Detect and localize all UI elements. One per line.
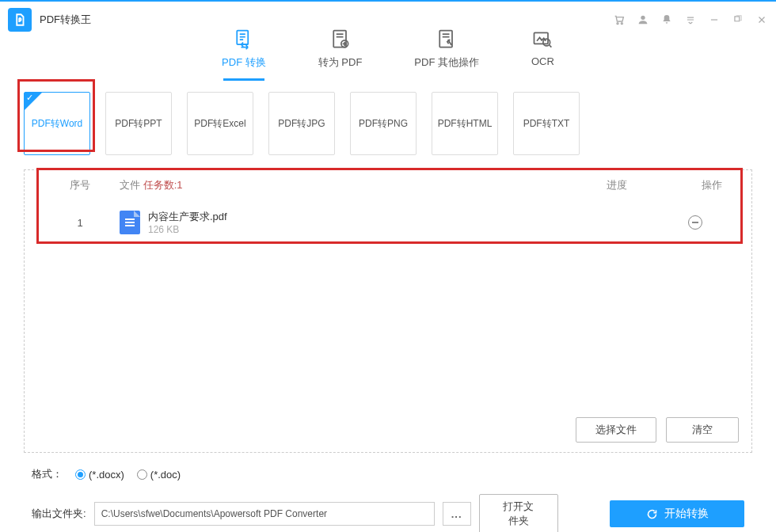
format-label: PDF转HTML [438,117,493,131]
output-path-field[interactable]: C:\Users\sfwe\Documents\Apowersoft PDF C… [94,502,435,526]
maximize-icon[interactable] [732,13,744,26]
format-pdf-to-ppt[interactable]: PDF转PPT [105,92,172,155]
format-pdf-to-html[interactable]: PDF转HTML [432,92,498,155]
app-title: PDF转换王 [40,13,91,27]
start-convert-button[interactable]: 开始转换 [610,500,744,527]
header-progress: 进度 [546,178,688,192]
svg-point-8 [543,39,550,46]
format-pdf-to-png[interactable]: PDF转PNG [350,92,417,155]
tab-ocr[interactable]: OCR [525,24,561,79]
file-name: 内容生产要求.pdf [148,210,227,224]
tab-to-pdf[interactable]: 转为 PDF [312,24,369,79]
tab-label: PDF 转换 [222,55,266,70]
file-type-icon [120,211,140,234]
header-action: 操作 [688,178,736,192]
clear-button[interactable]: 清空 [666,417,739,443]
browse-button[interactable]: ... [443,502,471,526]
bell-icon[interactable] [660,13,673,26]
tab-label: 转为 PDF [318,55,363,70]
titlebar-controls [613,13,768,26]
menu-icon[interactable] [684,13,697,26]
format-label: PDF转TXT [523,117,570,131]
header-file: 文件 任务数:1 [120,178,546,192]
format-pdf-to-word[interactable]: ✓ PDF转Word [24,92,90,155]
format-label: PDF转Excel [194,117,245,131]
output-label: 输出文件夹: [32,507,86,521]
svg-point-0 [617,23,618,25]
table-header: 序号 文件 任务数:1 进度 操作 [25,170,751,200]
select-file-button[interactable]: 选择文件 [576,417,656,443]
format-label: PDF转PNG [359,117,408,131]
file-size: 126 KB [148,224,227,235]
tab-label: PDF 其他操作 [414,55,479,70]
app-logo [8,8,32,32]
radio-docx[interactable]: (*.docx) [75,469,124,481]
format-pdf-to-jpg[interactable]: PDF转JPG [268,92,335,155]
radio-doc[interactable]: (*.doc) [137,469,181,481]
format-label: PDF转JPG [278,117,325,131]
format-cards: ✓ PDF转Word PDF转PPT PDF转Excel PDF转JPG PDF… [0,84,776,155]
footer: 格式： (*.docx) (*.doc) 输出文件夹: C:\Users\sfw… [0,453,776,532]
to-pdf-icon [329,28,352,51]
radio-icon [137,469,147,480]
row-action [688,215,736,230]
radio-icon [75,469,86,480]
ocr-icon [531,28,553,51]
format-pdf-to-txt[interactable]: PDF转TXT [513,92,580,155]
header-no: 序号 [40,178,120,192]
svg-rect-6 [439,31,452,48]
file-list-area: 序号 文件 任务数:1 进度 操作 1 内容生产要求.pdf 126 KB 选择… [24,169,752,453]
minimize-icon[interactable] [708,13,721,26]
task-count: 任务数:1 [143,179,183,191]
tab-pdf-other[interactable]: PDF 其他操作 [408,24,485,79]
close-icon[interactable] [755,13,768,26]
tab-pdf-convert[interactable]: PDF 转换 [215,24,272,79]
row-no: 1 [40,217,120,229]
main-tabs: PDF 转换 转为 PDF PDF 其他操作 OCR [0,24,776,79]
table-row: 1 内容生产要求.pdf 126 KB [25,200,751,245]
tab-label: OCR [531,55,554,67]
format-pdf-to-excel[interactable]: PDF转Excel [187,92,253,155]
svg-point-2 [641,16,645,20]
cart-icon[interactable] [613,13,626,26]
svg-point-1 [621,23,622,25]
refresh-icon [646,508,658,520]
format-label: 格式： [32,467,63,481]
remove-file-button[interactable] [688,215,702,230]
open-folder-button[interactable]: 打开文件夹 [479,494,558,532]
other-ops-icon [436,28,458,51]
user-icon[interactable] [637,13,649,26]
format-label: PDF转PPT [115,117,162,131]
convert-icon [233,28,255,51]
format-label: PDF转Word [32,117,82,131]
